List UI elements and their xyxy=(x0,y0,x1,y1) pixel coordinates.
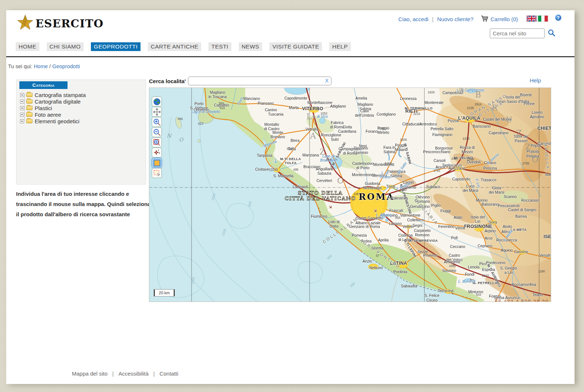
tree-item-elementi-geodetici[interactable]: Elementi geodetici xyxy=(20,118,143,124)
map-toolbar: xy xyxy=(152,97,162,178)
category-panel: Categoria Cartografia stampataCartografi… xyxy=(16,79,146,185)
logo: ESERCITO xyxy=(17,15,104,32)
tree-item-foto-aeree[interactable]: Foto aeree xyxy=(20,111,143,118)
coordinates-readout: 55.433 4.520 28.20 xyxy=(495,298,549,302)
tree-item-label: Elementi geodetici xyxy=(35,118,80,124)
map-canvas[interactable]: VITERBORIETIL'AQUILACHIETIFROSINONELATIN… xyxy=(149,88,551,302)
main-nav: HOMECHI SIAMOGEOPRODOTTICARTE ANTICHETES… xyxy=(16,42,351,51)
area-select-tool-icon[interactable] xyxy=(152,168,162,178)
category-header: Categoria xyxy=(19,81,68,89)
folder-icon xyxy=(26,93,32,97)
nav-tab-help[interactable]: HELP xyxy=(329,42,351,51)
footer-links: Mappa del sito|Accessibilità|Contatti xyxy=(72,370,178,377)
map-base-art xyxy=(149,88,551,302)
expand-plus-icon[interactable] xyxy=(20,100,24,104)
nav-tab-home[interactable]: HOME xyxy=(16,42,39,51)
login-link[interactable]: Ciao, accedi xyxy=(398,16,429,22)
svg-text:y: y xyxy=(159,151,160,154)
nav-tab-geoprodotti[interactable]: GEOPRODOTTI xyxy=(91,42,141,51)
nav-rule xyxy=(6,56,575,57)
nav-tab-visite-guidate[interactable]: VISITE GUIDATE xyxy=(269,42,322,51)
search-icon[interactable] xyxy=(548,29,556,38)
cart-label[interactable]: Carrello (0) xyxy=(491,16,518,22)
tree-item-label: Cartografia stampata xyxy=(35,92,86,98)
tree-item-plastici[interactable]: Plastici xyxy=(20,105,143,111)
folder-icon xyxy=(26,119,32,123)
footer-link-contatti[interactable]: Contatti xyxy=(160,370,178,377)
scale-bar: 20 km xyxy=(154,289,175,296)
nav-tab-carte-antiche[interactable]: CARTE ANTICHE xyxy=(148,42,201,51)
instruction-text: Individua l'area di tuo interesse clicca… xyxy=(16,189,153,219)
tree-item-label: Plastici xyxy=(35,105,52,111)
nav-tab-testi[interactable]: TESTI xyxy=(208,42,231,51)
language-switch xyxy=(527,16,548,23)
breadcrumb-separator: / xyxy=(49,63,51,69)
extent-select-tool-icon[interactable] xyxy=(152,158,162,168)
map-search-row: Cerca localita' X Help xyxy=(149,77,551,85)
locality-search-input[interactable] xyxy=(188,77,331,85)
map-help-link[interactable]: Help xyxy=(530,77,541,84)
new-client-link[interactable]: Nuovo cliente? xyxy=(437,16,473,22)
tree-item-label: Cartografia digitale xyxy=(35,98,81,105)
expand-plus-icon[interactable] xyxy=(20,119,24,123)
site-search xyxy=(490,28,556,38)
breadcrumb-current-link[interactable]: Geoprodotti xyxy=(52,63,80,69)
divider: | xyxy=(432,16,434,22)
tree-item-label: Foto aeree xyxy=(35,112,61,118)
zoom-in-tool-icon[interactable] xyxy=(152,117,162,127)
help-bubble-icon[interactable]: ? xyxy=(555,15,561,21)
tree-item-cartografia-digitale[interactable]: Cartografia digitale xyxy=(20,98,143,105)
user-bar: Ciao, accedi | Nuovo cliente? Carrello (… xyxy=(398,15,561,24)
nav-tab-news[interactable]: NEWS xyxy=(239,42,262,51)
site-search-input[interactable] xyxy=(490,28,545,38)
expand-plus-icon[interactable] xyxy=(20,93,24,97)
footer-link-accessibilità[interactable]: Accessibilità xyxy=(118,370,149,377)
breadcrumb-prefix: Tu sei qui: xyxy=(8,63,32,69)
expand-plus-icon[interactable] xyxy=(20,113,24,117)
footer-link-mappa-del-sito[interactable]: Mappa del sito xyxy=(72,370,108,377)
folder-icon xyxy=(26,106,32,110)
italy-flag-icon[interactable] xyxy=(538,16,548,23)
page-card: ESERCITO Ciao, accedi | Nuovo cliente? C… xyxy=(6,10,575,384)
folder-icon xyxy=(26,112,32,117)
cart-button[interactable]: Carrello (0) xyxy=(481,15,518,24)
expand-plus-icon[interactable] xyxy=(20,106,24,110)
divider: | xyxy=(112,370,114,377)
zoom-box-tool-icon[interactable] xyxy=(152,137,162,147)
clear-search-icon[interactable]: X xyxy=(325,78,328,84)
zoom-out-tool-icon[interactable] xyxy=(152,127,162,137)
uk-flag-icon[interactable] xyxy=(527,16,537,23)
logo-text: ESERCITO xyxy=(35,17,104,30)
zoom-world-tool-icon[interactable] xyxy=(152,97,162,106)
nav-tab-chi-siamo[interactable]: CHI SIAMO xyxy=(47,42,84,51)
tree-item-cartografia-stampata[interactable]: Cartografia stampata xyxy=(20,92,143,98)
divider: | xyxy=(153,370,155,377)
star-icon xyxy=(17,15,33,32)
locality-search-label: Cerca localita' xyxy=(149,78,186,84)
category-tree: Cartografia stampataCartografia digitale… xyxy=(20,92,143,124)
cart-icon xyxy=(481,15,489,24)
breadcrumb: Tu sei qui: Home / Geoprodotti xyxy=(8,63,80,69)
folder-icon xyxy=(26,99,32,104)
pan-tool-icon[interactable] xyxy=(152,107,162,117)
breadcrumb-home-link[interactable]: Home xyxy=(34,63,48,69)
coordinates-xy-tool-icon[interactable]: xy xyxy=(152,148,162,158)
